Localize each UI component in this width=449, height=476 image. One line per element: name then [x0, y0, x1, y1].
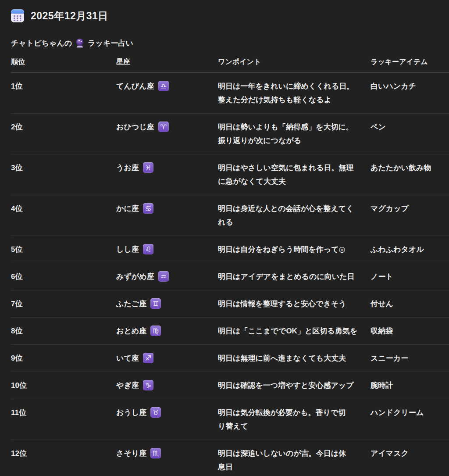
- sign-cell: かに座 ♋: [116, 195, 218, 236]
- sign-cell: てんびん座 ♎: [116, 73, 218, 113]
- item-cell: 腕時計: [371, 372, 449, 399]
- table-row: 4位 かに座 ♋ 明日は身近な人との会話が心を整えてく れる マグカップ: [11, 195, 449, 236]
- table-row: 7位 ふたご座 ♊ 明日は情報を整理すると安心できそう 付せん: [11, 290, 449, 317]
- item-cell: ノート: [371, 263, 449, 290]
- point-cell: 明日は確認を一つ増やすと安心感アップ: [218, 372, 371, 399]
- rank-cell: 9位: [11, 345, 116, 372]
- table-row: 8位 おとめ座 ♍ 明日は「ここまででOK」と区切る勇気を 収納袋: [11, 317, 449, 344]
- sign-cell: しし座 ♌: [116, 236, 218, 263]
- capricorn-icon: ♑: [143, 380, 153, 390]
- table-row: 11位 おうし座 ♉ 明日は気分転換が必要かも。香りで切 り替えて ハンドクリー…: [11, 399, 449, 440]
- rank-cell: 10位: [11, 372, 116, 399]
- header-item: ラッキーアイテム: [371, 58, 449, 66]
- sign-cell: みずがめ座 ♒: [116, 263, 218, 290]
- zodiac-name: みずがめ座: [116, 270, 154, 283]
- item-cell: 白いハンカチ: [371, 73, 449, 113]
- libra-icon: ♎: [158, 81, 169, 91]
- zodiac-name: おとめ座: [116, 324, 146, 338]
- subtitle-prefix: チャトピちゃんの: [11, 38, 72, 48]
- header-rank: 順位: [11, 58, 116, 66]
- gemini-icon: ♊: [150, 298, 161, 309]
- crystal-ball-globe: [76, 39, 83, 46]
- point-cell: 明日は無理に前へ進まなくても大丈夫: [218, 345, 371, 372]
- date-heading: 2025年12月31日: [11, 9, 449, 23]
- zodiac-name: しし座: [116, 243, 139, 256]
- item-cell: ハンドクリーム: [371, 399, 449, 440]
- crystal-ball-icon: [75, 39, 84, 48]
- point-cell: 明日は気分転換が必要かも。香りで切 り替えて: [218, 399, 371, 440]
- fortune-table: 順位 星座 ワンポイント ラッキーアイテム 1位 てんびん座 ♎ 明日は一年をき…: [11, 58, 449, 476]
- sign-cell: おとめ座 ♍: [116, 318, 218, 344]
- point-cell: 明日は一年をきれいに締めくくれる日。 整えた分だけ気持ちも軽くなるよ: [218, 73, 371, 113]
- virgo-icon: ♍: [150, 326, 161, 336]
- rank-cell: 7位: [11, 290, 116, 317]
- point-cell: 明日は勢いよりも「納得感」を大切に。 振り返りが次につながる: [218, 114, 371, 154]
- item-cell: マグカップ: [371, 195, 449, 236]
- table-row: 3位 うお座 ♓ 明日はやさしい空気に包まれる日。無理 に急がなくて大丈夫 あた…: [11, 154, 449, 195]
- table-header-row: 順位 星座 ワンポイント ラッキーアイテム: [11, 58, 449, 73]
- calendar-icon: [11, 9, 24, 22]
- point-cell: 明日は自分をねぎらう時間を作って◎: [218, 236, 371, 263]
- sign-cell: おひつじ座 ♈: [116, 114, 218, 154]
- point-cell: 明日は深追いしないのが吉。今日は休 息日: [218, 440, 371, 476]
- rank-cell: 12位: [11, 440, 116, 476]
- calendar-icon-dots: [14, 15, 23, 21]
- zodiac-name: うお座: [116, 161, 139, 175]
- item-cell: 付せん: [371, 290, 449, 317]
- point-cell: 明日は身近な人との会話が心を整えてく れる: [218, 195, 371, 236]
- zodiac-name: いて座: [116, 351, 139, 365]
- header-sign: 星座: [116, 58, 218, 66]
- zodiac-name: おうし座: [116, 406, 146, 419]
- zodiac-name: さそり座: [116, 447, 146, 460]
- crystal-ball-sparkles: [78, 40, 80, 41]
- table-row: 12位 さそり座 ♏ 明日は深追いしないのが吉。今日は休 息日 アイマスク: [11, 440, 449, 476]
- rank-cell: 3位: [11, 154, 116, 195]
- zodiac-name: てんびん座: [116, 79, 154, 93]
- item-cell: アイマスク: [371, 440, 449, 476]
- scorpio-icon: ♏: [150, 448, 161, 458]
- zodiac-name: かに座: [116, 202, 139, 215]
- point-cell: 明日は情報を整理すると安心できそう: [218, 290, 371, 317]
- subtitle-suffix: ラッキー占い: [88, 38, 133, 48]
- sign-cell: うお座 ♓: [116, 154, 218, 195]
- fortune-page: 2025年12月31日 チャトピちゃんの ラッキー占い 順位 星座 ワンポイント…: [0, 0, 449, 476]
- item-cell: ふわふわタオル: [371, 236, 449, 263]
- date-title: 2025年12月31日: [31, 9, 108, 23]
- table-row: 5位 しし座 ♌ 明日は自分をねぎらう時間を作って◎ ふわふわタオル: [11, 236, 449, 263]
- calendar-icon-top: [11, 9, 24, 14]
- taurus-icon: ♉: [150, 407, 161, 418]
- table-row: 1位 てんびん座 ♎ 明日は一年をきれいに締めくくれる日。 整えた分だけ気持ちも…: [11, 73, 449, 113]
- rank-cell: 6位: [11, 263, 116, 290]
- point-cell: 明日はやさしい空気に包まれる日。無理 に急がなくて大丈夫: [218, 154, 371, 195]
- leo-icon: ♌: [143, 244, 153, 254]
- zodiac-name: おひつじ座: [116, 120, 154, 134]
- rank-cell: 5位: [11, 236, 116, 263]
- point-cell: 明日はアイデアをまとめるのに向いた日: [218, 263, 371, 290]
- item-cell: ペン: [371, 114, 449, 154]
- crystal-ball-base: [77, 46, 83, 48]
- aquarius-icon: ♒: [158, 271, 169, 282]
- rank-cell: 8位: [11, 318, 116, 344]
- zodiac-name: ふたご座: [116, 297, 146, 311]
- point-cell: 明日は「ここまででOK」と区切る勇気を: [218, 318, 371, 344]
- sign-cell: ふたご座 ♊: [116, 290, 218, 317]
- rank-cell: 11位: [11, 399, 116, 440]
- rank-cell: 1位: [11, 73, 116, 113]
- sign-cell: さそり座 ♏: [116, 440, 218, 476]
- sagittarius-icon: ♐: [143, 353, 153, 363]
- rank-cell: 2位: [11, 114, 116, 154]
- page-subtitle: チャトピちゃんの ラッキー占い: [11, 38, 449, 48]
- cancer-icon: ♋: [143, 203, 153, 214]
- table-row: 2位 おひつじ座 ♈ 明日は勢いよりも「納得感」を大切に。 振り返りが次につなが…: [11, 113, 449, 154]
- aries-icon: ♈: [158, 122, 169, 132]
- item-cell: あたたかい飲み物: [371, 154, 449, 195]
- table-row: 9位 いて座 ♐ 明日は無理に前へ進まなくても大丈夫 スニーカー: [11, 344, 449, 372]
- table-row: 10位 やぎ座 ♑ 明日は確認を一つ増やすと安心感アップ 腕時計: [11, 372, 449, 399]
- sign-cell: やぎ座 ♑: [116, 372, 218, 399]
- item-cell: スニーカー: [371, 345, 449, 372]
- sign-cell: いて座 ♐: [116, 345, 218, 372]
- pisces-icon: ♓: [143, 162, 153, 173]
- table-body: 1位 てんびん座 ♎ 明日は一年をきれいに締めくくれる日。 整えた分だけ気持ちも…: [11, 73, 449, 476]
- rank-cell: 4位: [11, 195, 116, 236]
- item-cell: 収納袋: [371, 318, 449, 344]
